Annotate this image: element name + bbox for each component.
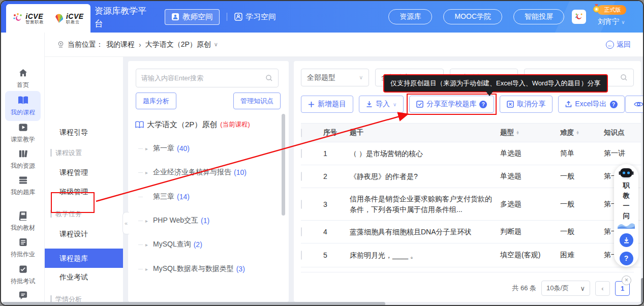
tree-node-chapter1[interactable]: ▸ 第一章(40) bbox=[138, 144, 190, 153]
download-circle-button[interactable] bbox=[620, 233, 633, 247]
icve-cloud-logo-icon bbox=[53, 13, 65, 24]
breadcrumb-root[interactable]: 我的课程 bbox=[106, 40, 135, 49]
username: 刘宵宁 bbox=[598, 17, 619, 25]
tree-node-chapter3[interactable]: 第三章(14) bbox=[138, 192, 190, 201]
menu-section-teaching-tasks: 教学任务 bbox=[50, 210, 82, 218]
divider bbox=[301, 272, 634, 272]
table-row[interactable]: 4 蓝藻细胞具有细胞核且DNA分子呈环状 判断题 一般 第一讲 bbox=[301, 221, 641, 243]
column-visibility-button[interactable] bbox=[625, 96, 644, 113]
breadcrumb-current-course[interactable]: 大学语文（2P）原创 bbox=[145, 40, 211, 49]
menu-item-homework-exam[interactable]: 作业考试 bbox=[45, 267, 123, 287]
table-row[interactable]: 5 床前明月光，____ 。 填空题(客观) 困难 第一讲 bbox=[301, 243, 641, 267]
sidebar-item-home[interactable]: 首页 bbox=[5, 68, 41, 89]
question-circle-icon[interactable]: ? bbox=[610, 101, 618, 108]
sidebar-item-my-courses[interactable]: 我的课程 bbox=[5, 91, 41, 121]
horizontal-scrollbar[interactable] bbox=[2, 302, 385, 305]
prev-page-button[interactable]: ‹ bbox=[595, 281, 610, 296]
sidebar-item-pending-exams[interactable]: 待批考试 bbox=[5, 264, 41, 286]
sort-icon[interactable]: ▲▼ bbox=[516, 131, 519, 135]
table-row[interactable]: 2 《静夜思》的作者是? 单选题 一般 第一讲 bbox=[301, 165, 641, 188]
per-page-select[interactable]: 10条/页∨ bbox=[541, 281, 590, 296]
table-row[interactable]: 3 信用条件是销货企业要求赊购客户支付货款的条件，下列各项中属于信用条件组...… bbox=[301, 188, 641, 221]
icve-zhihui-logo: iCVE智慧职教 bbox=[13, 13, 44, 24]
question-type-select[interactable]: 全部题型∨ bbox=[301, 69, 369, 86]
search-icon bbox=[265, 74, 273, 82]
caret-right-icon[interactable]: ▸ bbox=[145, 170, 150, 175]
caret-right-icon[interactable]: ▸ bbox=[145, 242, 150, 248]
excel-export-button[interactable]: Excel导出 ? bbox=[558, 96, 624, 113]
chevron-down-icon: ∨ bbox=[393, 102, 396, 107]
col-type[interactable]: 题型▲▼ bbox=[500, 128, 560, 137]
share-check-icon bbox=[416, 101, 423, 108]
tree-node-mysql-query[interactable]: ▸ MySQL查询(2) bbox=[138, 240, 202, 249]
learn-space-icon bbox=[234, 13, 242, 21]
version-badge: 正式版 bbox=[597, 5, 626, 15]
total-count: 共 66 条 bbox=[512, 284, 536, 293]
assistant-widget[interactable]: 职教一问 ? bbox=[614, 164, 638, 267]
version-badge-label: 正式版 bbox=[604, 7, 621, 13]
menu-item-course-design[interactable]: 课程设计 bbox=[45, 224, 123, 243]
tree-course-root[interactable]: 大学语文（2P）原创 (当前课程) bbox=[135, 120, 250, 130]
caret-right-icon[interactable]: ▸ bbox=[145, 266, 150, 272]
tree-node-business-accounting[interactable]: ▸ 企业经济业务核算与报告(10) bbox=[138, 168, 247, 177]
help-circle-button[interactable]: ? bbox=[620, 252, 633, 265]
row-checkbox[interactable] bbox=[301, 200, 302, 209]
smart-cast-link[interactable]: 智能投屏 bbox=[513, 9, 564, 24]
robot-icon bbox=[619, 167, 634, 179]
col-index: 序号 bbox=[323, 128, 350, 137]
mooc-college-link[interactable]: MOOC学院 bbox=[443, 9, 502, 24]
course-switch-caret-icon[interactable]: ∨ bbox=[214, 41, 218, 48]
search-icon bbox=[620, 74, 628, 81]
row-checkbox[interactable] bbox=[301, 172, 302, 181]
logo-sub: 智慧职教 bbox=[25, 20, 44, 24]
col-difficulty[interactable]: 难度▲▼ bbox=[560, 128, 604, 137]
tree-node-php-web[interactable]: ▸ PHP Web交互(1) bbox=[138, 216, 209, 225]
bank-analysis-button[interactable]: 题库分析 bbox=[136, 93, 176, 109]
tree-search-input[interactable] bbox=[141, 74, 265, 82]
manage-knowledge-button[interactable]: 管理知识点 bbox=[233, 93, 281, 109]
teacher-space-icon bbox=[171, 13, 179, 21]
caret-right-icon[interactable]: ▸ bbox=[145, 218, 150, 224]
share-to-school-bank-button[interactable]: 分享至学校题库 ? bbox=[409, 96, 494, 113]
tree-search-box bbox=[136, 69, 279, 87]
tree-scrollbar[interactable] bbox=[282, 114, 285, 216]
caret-right-icon[interactable]: ▸ bbox=[145, 146, 150, 151]
add-question-button[interactable]: 新增题目 bbox=[301, 96, 353, 113]
collapse-panel-tab[interactable]: « bbox=[122, 212, 129, 234]
close-assistant-icon[interactable]: × bbox=[622, 276, 631, 285]
sidebar-item-my-question-bank[interactable]: 我的题库 bbox=[5, 175, 41, 197]
menu-item-course-question-bank[interactable]: 课程题库 bbox=[45, 249, 123, 268]
exam-icon bbox=[5, 264, 41, 276]
menu-item-class-management[interactable]: 班级管理 bbox=[45, 182, 123, 201]
back-button[interactable]: ← 返回 bbox=[606, 40, 631, 49]
vertical-scrollbar[interactable] bbox=[641, 278, 644, 303]
import-button[interactable]: 导入 ∨ bbox=[359, 96, 404, 113]
row-checkbox[interactable] bbox=[301, 149, 302, 158]
tree-node-mysql-datatypes[interactable]: ▸ MySQL数据表与数据类型(3) bbox=[138, 264, 245, 273]
row-checkbox[interactable] bbox=[301, 227, 302, 236]
sidebar-item-my-textbooks[interactable]: 我的教材 bbox=[5, 211, 41, 232]
sidebar-item-my-resources[interactable]: 我的资源 bbox=[5, 149, 41, 170]
sidebar-item-classroom[interactable]: 课堂教学 bbox=[5, 123, 41, 144]
sidebar-item-pending-homework[interactable]: 待批作业 bbox=[5, 237, 41, 259]
course-submenu: 课程引导 课程设置 课程管理 班级管理 教学任务 课程设计 课程题库 作业考试 … bbox=[45, 57, 123, 305]
select-all-checkbox[interactable] bbox=[301, 129, 302, 137]
learn-space-button[interactable]: 学习空间 bbox=[234, 12, 276, 22]
resource-library-link[interactable]: 资源库 bbox=[388, 9, 432, 24]
question-stem: 蓝藻细胞具有细胞核且DNA分子呈环状 bbox=[350, 227, 500, 237]
menu-item-course-guide[interactable]: 课程引导 bbox=[45, 123, 123, 142]
row-checkbox[interactable] bbox=[301, 251, 302, 260]
user-menu[interactable]: 刘宵宁 ∨ bbox=[589, 17, 634, 26]
sort-icon[interactable]: ▲▼ bbox=[576, 131, 579, 135]
breadcrumb: 当前位置：我的课程 › 大学语文（2P）原创 ∨ bbox=[57, 40, 218, 49]
left-icon-rail: 首页 我的课程 课堂教学 我的资源 我的题库 我的教材 待批作业 待批考试 bbox=[1, 33, 45, 305]
unshare-button[interactable]: 取消分享 bbox=[500, 96, 553, 113]
menu-section-course-settings: 课程设置 bbox=[50, 149, 82, 157]
teacher-space-button[interactable]: 教师空间 bbox=[165, 9, 220, 25]
tree-course-title: 大学语文（2P）原创 bbox=[147, 120, 217, 130]
table-row[interactable]: 1 （ ）是市场营销的核心 单选题 简单 第一讲 bbox=[301, 142, 641, 165]
app-shortcut-icon[interactable] bbox=[572, 10, 586, 24]
menu-item-course-management[interactable]: 课程管理 bbox=[45, 163, 123, 182]
question-circle-icon[interactable]: ? bbox=[479, 101, 487, 108]
logo-name: iCVE bbox=[25, 13, 44, 20]
